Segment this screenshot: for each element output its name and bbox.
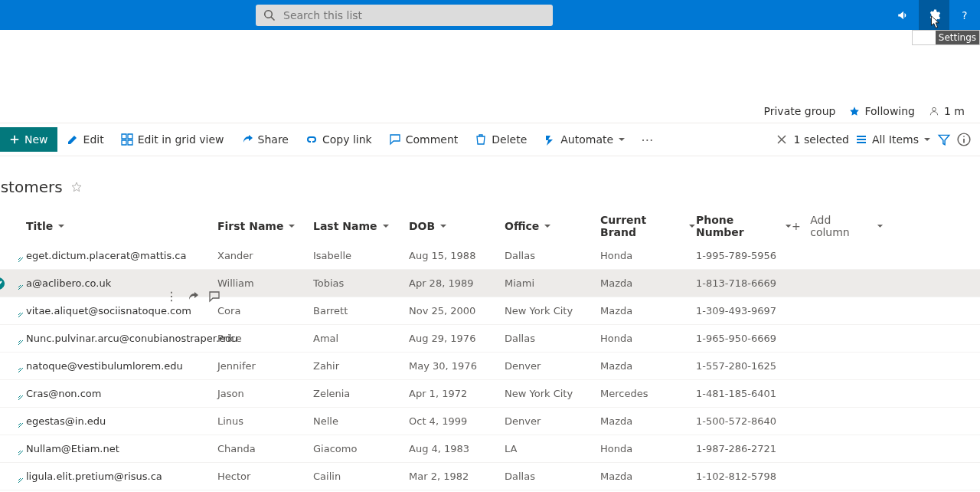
cell-firstname: William	[217, 277, 313, 289]
overflow-button[interactable]: ⋯	[635, 133, 659, 147]
cell-lastname: Zahir	[313, 360, 409, 372]
search-input[interactable]	[283, 9, 545, 21]
cell-office: New York City	[505, 388, 600, 399]
table-row[interactable]: Nullam@Etiam.netChandaGiacomoAug 4, 1983…	[0, 435, 980, 463]
chevron-down-icon	[544, 222, 551, 230]
cell-firstname: Chanda	[217, 443, 313, 454]
chevron-down-icon	[439, 222, 447, 230]
automate-label: Automate	[560, 133, 613, 146]
cell-dob: Aug 29, 1976	[409, 333, 505, 344]
grid-edit-button[interactable]: Edit in grid view	[113, 123, 232, 156]
chevron-down-icon	[877, 222, 884, 230]
cell-lastname: Cailin	[313, 471, 409, 482]
cell-phone: 1-102-812-5798	[696, 471, 792, 482]
cell-title[interactable]: natoque@vestibulumlorem.edu	[23, 360, 217, 372]
info-button[interactable]	[957, 133, 971, 146]
cell-phone: 1-557-280-1625	[696, 360, 792, 372]
grid-header: Title First Name Last Name DOB Office Cu…	[0, 210, 980, 242]
help-button[interactable]: ?	[949, 0, 980, 30]
search-icon	[263, 9, 276, 21]
members-label: 1 m	[944, 105, 965, 117]
settings-button[interactable]	[919, 0, 949, 30]
cell-title[interactable]: ligula.elit.pretium@risus.ca	[23, 471, 217, 482]
cell-brand: Honda	[600, 250, 696, 261]
cell-brand: Mazda	[600, 415, 696, 427]
cell-brand: Mazda	[600, 471, 696, 482]
cell-brand: Mercedes	[600, 388, 696, 399]
person-icon	[929, 106, 939, 116]
copy-link-button[interactable]: Copy link	[298, 123, 380, 156]
col-office-label: Office	[505, 220, 539, 232]
chevron-down-icon	[923, 136, 931, 143]
add-column-label: Add column	[810, 214, 867, 238]
cell-office: Dallas	[505, 471, 600, 482]
add-column-button[interactable]: + Add column	[792, 214, 884, 238]
table-row[interactable]: ligula.elit.pretium@risus.caHectorCailin…	[0, 463, 980, 490]
settings-tooltip: Settings	[912, 30, 980, 45]
follow-toggle[interactable]: Following	[849, 105, 915, 117]
col-header-title[interactable]: Title	[23, 220, 217, 232]
table-row[interactable]: Nunc.pulvinar.arcu@conubianostraper.eduP…	[0, 325, 980, 353]
megaphone-icon	[897, 8, 910, 22]
selection-indicator[interactable]: 1 selected	[776, 133, 849, 146]
table-row[interactable]: vitae.aliquet@sociisnatoque.comCoraBarre…	[0, 297, 980, 325]
cell-firstname: Xander	[217, 250, 313, 261]
site-meta: Private group Following 1 m	[0, 92, 980, 123]
cell-brand: Honda	[600, 443, 696, 454]
col-header-dob[interactable]: DOB	[409, 220, 505, 232]
site-header-area	[0, 30, 980, 92]
cell-title[interactable]: eget.dictum.placerat@mattis.ca	[23, 250, 217, 261]
cell-office: Miami	[505, 277, 600, 289]
new-label: New	[24, 133, 48, 146]
col-header-office[interactable]: Office	[505, 220, 600, 232]
cell-lastname: Nelle	[313, 415, 409, 427]
data-grid: Title First Name Last Name DOB Office Cu…	[0, 210, 980, 492]
link-icon	[305, 133, 318, 146]
cell-firstname: Hector	[217, 471, 313, 482]
cell-lastname: Tobias	[313, 277, 409, 289]
table-row[interactable]: natoque@vestibulumlorem.eduJenniferZahir…	[0, 353, 980, 380]
view-label: All Items	[872, 133, 919, 146]
cell-title[interactable]: Cras@non.com	[23, 388, 217, 399]
favorite-toggle[interactable]	[70, 181, 83, 193]
cell-office: Dallas	[505, 250, 600, 261]
share-button[interactable]: Share	[234, 123, 296, 156]
edit-button[interactable]: Edit	[59, 123, 112, 156]
chevron-down-icon	[785, 222, 792, 230]
col-header-lastname[interactable]: Last Name	[313, 220, 409, 232]
pencil-icon	[67, 133, 79, 146]
table-row[interactable]: egestas@in.eduLinusNelleOct 4, 1999Denve…	[0, 408, 980, 435]
view-selector[interactable]: All Items	[855, 133, 931, 146]
comment-button[interactable]: Comment	[381, 123, 466, 156]
search-box[interactable]	[256, 5, 553, 26]
cell-dob: Aug 4, 1983	[409, 443, 505, 454]
delete-button[interactable]: Delete	[467, 123, 534, 156]
cell-lastname: Isabelle	[313, 250, 409, 261]
col-header-brand[interactable]: Current Brand	[600, 214, 696, 238]
copy-label: Copy link	[322, 133, 372, 146]
filter-button[interactable]	[937, 133, 951, 146]
col-header-phone[interactable]: Phone Number	[696, 214, 792, 238]
star-filled-icon	[849, 106, 860, 116]
cell-title[interactable]: Nunc.pulvinar.arcu@conubianostraper.edu	[23, 333, 217, 344]
table-row[interactable]: eget.dictum.placerat@mattis.caXanderIsab…	[0, 242, 980, 270]
group-type-label: Private group	[764, 105, 836, 117]
cell-brand: Honda	[600, 333, 696, 344]
cell-title[interactable]: Nullam@Etiam.net	[23, 443, 217, 454]
col-header-firstname[interactable]: First Name	[217, 220, 313, 232]
row-checkbox[interactable]	[0, 277, 5, 290]
new-button[interactable]: New	[0, 127, 57, 152]
selected-label: 1 selected	[794, 133, 849, 146]
members-count[interactable]: 1 m	[929, 105, 965, 117]
cell-phone: 1-965-950-6669	[696, 333, 792, 344]
cell-title[interactable]: egestas@in.edu	[23, 415, 217, 427]
cell-office: Denver	[505, 360, 600, 372]
cell-title[interactable]: vitae.aliquet@sociisnatoque.com	[23, 305, 217, 317]
automate-button[interactable]: Automate	[536, 123, 633, 156]
suite-header: ? Settings	[0, 0, 980, 30]
table-row[interactable]: a@aclibero.co.uk⋮WilliamTobiasApr 28, 19…	[0, 270, 980, 297]
edit-label: Edit	[83, 133, 104, 146]
cell-title[interactable]: a@aclibero.co.uk⋮	[23, 277, 217, 289]
table-row[interactable]: Cras@non.comJasonZeleniaApr 1, 1972New Y…	[0, 380, 980, 408]
megaphone-button[interactable]	[888, 0, 919, 30]
